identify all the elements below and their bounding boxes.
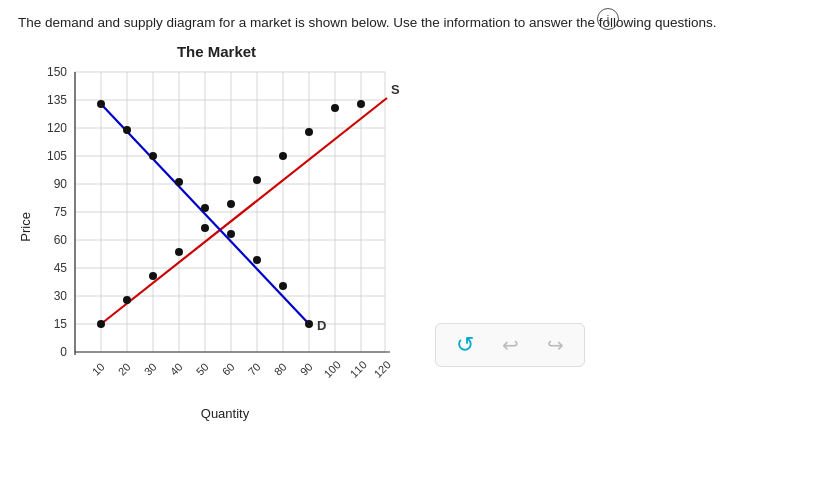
svg-point-57 [357,100,365,108]
svg-point-65 [227,230,235,238]
svg-point-49 [149,272,157,280]
svg-text:150: 150 [47,65,67,79]
svg-text:110: 110 [347,358,368,379]
svg-point-63 [175,178,183,186]
svg-text:60: 60 [220,360,237,377]
svg-text:105: 105 [47,149,67,163]
svg-point-61 [123,126,131,134]
svg-text:45: 45 [54,261,68,275]
svg-point-50 [175,248,183,256]
svg-text:100: 100 [321,358,342,379]
redo-button[interactable]: ↪ [543,331,568,359]
svg-point-56 [331,104,339,112]
chart-and-xaxis: 150 135 120 105 90 75 60 45 30 15 0 10 [35,62,415,421]
svg-text:D: D [317,318,326,333]
page: The demand and supply diagram for a mark… [0,0,839,435]
svg-text:15: 15 [54,317,68,331]
svg-point-66 [253,256,261,264]
svg-point-55 [305,128,313,136]
svg-point-51 [201,224,209,232]
svg-text:20: 20 [116,360,133,377]
svg-point-47 [97,320,105,328]
svg-point-48 [123,296,131,304]
svg-text:10: 10 [90,360,107,377]
x-axis-label: Quantity [201,406,249,421]
controls-box: ↺ ↩ ↪ [435,323,585,367]
svg-text:90: 90 [298,360,315,377]
svg-point-60 [97,100,105,108]
svg-text:120: 120 [47,121,67,135]
svg-text:30: 30 [54,289,68,303]
svg-point-64 [201,204,209,212]
svg-text:135: 135 [47,93,67,107]
chart-section: The Market Price [18,43,821,421]
chart-area: Price [18,62,415,421]
undo-button[interactable]: ↩ [498,331,523,359]
svg-point-52 [227,200,235,208]
y-axis-label: Price [18,212,33,242]
refresh-button[interactable]: ↺ [452,330,478,360]
chart-title: The Market [177,43,256,60]
svg-point-54 [279,152,287,160]
supply-demand-chart: 150 135 120 105 90 75 60 45 30 15 0 10 [35,62,415,402]
svg-text:120: 120 [371,358,392,379]
svg-text:80: 80 [272,360,289,377]
chart-wrapper: The Market Price [18,43,415,421]
svg-point-68 [305,320,313,328]
svg-text:30: 30 [142,360,159,377]
svg-text:0: 0 [60,345,67,359]
svg-text:40: 40 [168,360,185,377]
intro-text: The demand and supply diagram for a mark… [18,14,821,33]
svg-point-62 [149,152,157,160]
svg-text:75: 75 [54,205,68,219]
svg-text:60: 60 [54,233,68,247]
svg-point-53 [253,176,261,184]
svg-text:70: 70 [246,360,263,377]
info-icon[interactable]: i [597,8,619,30]
svg-point-67 [279,282,287,290]
svg-text:50: 50 [194,360,211,377]
svg-text:90: 90 [54,177,68,191]
svg-text:S: S [391,82,400,97]
